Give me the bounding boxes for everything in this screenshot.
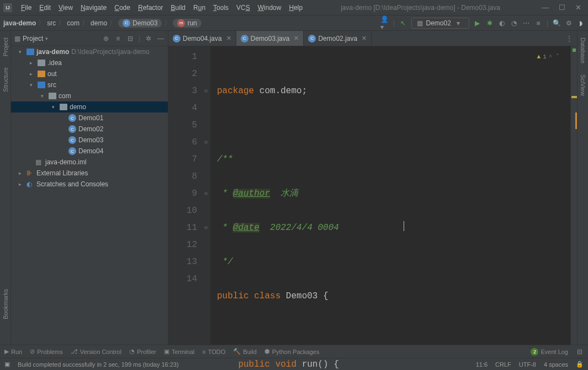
crumb-project[interactable]: java-demo: [3, 19, 36, 27]
folder-icon: [49, 93, 56, 99]
left-toolstrip: Project Structure Bookmarks: [0, 31, 11, 345]
crumb-src[interactable]: src: [47, 19, 56, 27]
menu-tools[interactable]: Tools: [210, 3, 232, 13]
folder-icon: [60, 104, 67, 110]
run-config-select[interactable]: ▦ Demo02 ▾: [411, 18, 469, 29]
tree-scratches[interactable]: ▸◐Scratches and Consoles: [11, 179, 168, 190]
crumb-demo[interactable]: demo: [91, 19, 107, 27]
profile-button[interactable]: ◔: [510, 19, 518, 27]
class-icon: C: [68, 125, 76, 133]
menu-view[interactable]: View: [55, 3, 76, 13]
inspections-widget[interactable]: ▲1 ^ ˅: [537, 49, 559, 66]
coverage-button[interactable]: ◐: [498, 19, 506, 27]
project-tree: ▾ java-demo D:\IdeaProjects\java-demo ▸ …: [11, 46, 168, 345]
menu-navigate[interactable]: Navigate: [77, 3, 110, 13]
tree-src[interactable]: ▾ src: [11, 79, 168, 90]
editor-area: C Demo04.java ✕ C Demo03.java ✕ C Demo02…: [168, 31, 577, 345]
bottom-problems[interactable]: ⊘ Problems: [30, 348, 62, 355]
warning-icon: ▲: [537, 49, 541, 66]
attach-button[interactable]: ⋯: [522, 19, 530, 27]
nav-tools: 👤▾ | ↖ ▦ Demo02 ▾ ▶ ✱ ◐ ◔ ⋯ ■ | 🔍 ⚙ ◗: [380, 18, 585, 29]
menu-run[interactable]: Run: [190, 3, 209, 13]
menu-window[interactable]: Window: [255, 3, 285, 13]
tree-com[interactable]: ▾ com: [11, 90, 168, 101]
tree-extlibs[interactable]: ▸⊪External Libraries: [11, 168, 168, 179]
menu-help[interactable]: Help: [285, 3, 306, 13]
bottom-terminal[interactable]: ▣ Terminal: [164, 348, 195, 355]
code-editor[interactable]: ▲1 ^ ˅ package com.demo; /** * @author 水…: [210, 46, 570, 345]
expand-icon[interactable]: ≡: [114, 35, 122, 42]
window-title: java-demo [D:\IdeaProjects\java-demo] - …: [306, 4, 535, 12]
error-stripe[interactable]: [570, 46, 577, 345]
tree-demo[interactable]: ▾ demo: [11, 101, 168, 112]
maximize-button[interactable]: ☐: [559, 3, 565, 12]
plugin-icon[interactable]: ◗: [577, 19, 585, 27]
tab-demo04[interactable]: C Demo04.java ✕: [168, 31, 236, 46]
sidebtn-structure[interactable]: Structure: [2, 65, 9, 94]
navbar: java-demo 〉 src 〉 com 〉 demo 〉 CDemo03 〉…: [0, 15, 588, 31]
bottom-run[interactable]: ▶ Run: [4, 348, 22, 355]
settings-icon[interactable]: ⚙: [565, 19, 573, 27]
menu-build[interactable]: Build: [167, 3, 189, 13]
menu-edit[interactable]: Edit: [36, 3, 54, 13]
tree-root[interactable]: ▾ java-demo D:\IdeaProjects\java-demo: [11, 46, 168, 57]
menu-code[interactable]: Code: [111, 3, 134, 13]
select-opened-icon[interactable]: ⊕: [102, 35, 110, 42]
crumb-class[interactable]: CDemo03: [118, 19, 162, 28]
method-icon: m: [177, 19, 185, 27]
sidebtn-database[interactable]: Database: [580, 35, 586, 66]
collapse-icon[interactable]: ⊟: [126, 35, 134, 42]
debug-button[interactable]: ✱: [486, 19, 494, 27]
folder-icon: [38, 60, 45, 66]
stripe-change: [575, 112, 577, 129]
class-icon: C: [173, 35, 181, 42]
status-sidebar-icon[interactable]: ▣: [4, 361, 10, 368]
hide-panel-icon[interactable]: —: [157, 35, 165, 42]
bottom-profiler[interactable]: ◔ Profiler: [129, 348, 156, 355]
run-button[interactable]: ▶: [474, 19, 481, 27]
tree-out[interactable]: ▸ out: [11, 68, 168, 79]
iml-icon: ▦: [35, 158, 43, 166]
class-icon: C: [68, 147, 76, 155]
close-icon[interactable]: ✕: [362, 35, 367, 42]
tree-file-2[interactable]: CDemo03: [11, 135, 168, 146]
close-icon[interactable]: ✕: [226, 35, 231, 42]
panel-title[interactable]: ▦ Project ▾: [14, 35, 99, 42]
bottom-more-icon[interactable]: ⊟: [576, 348, 584, 356]
tree-idea[interactable]: ▸ .idea: [11, 57, 168, 68]
tree-file-3[interactable]: CDemo04: [11, 146, 168, 157]
breadcrumb: java-demo 〉 src 〉 com 〉 demo 〉 CDemo03 〉…: [3, 18, 380, 28]
sidebtn-bookmarks[interactable]: Bookmarks: [2, 287, 9, 321]
tree-iml[interactable]: ▦java-demo.iml: [11, 157, 168, 168]
tree-file-0[interactable]: CDemo01: [11, 112, 168, 124]
class-icon: C: [308, 35, 316, 42]
scratches-icon: ◐: [27, 180, 34, 188]
folder-icon: [38, 71, 45, 77]
close-button[interactable]: ✕: [575, 3, 581, 12]
crumb-com[interactable]: com: [67, 19, 80, 27]
project-panel: ▦ Project ▾ ⊕ ≡ ⊟ | ✲ — ▾ java-demo D:\I: [11, 31, 168, 345]
status-lock-icon[interactable]: 🔒: [576, 361, 584, 368]
folder-icon: [38, 82, 45, 88]
crumb-method[interactable]: mrun: [173, 19, 201, 28]
search-icon[interactable]: 🔍: [553, 19, 560, 27]
sidebtn-sciview[interactable]: SciView: [580, 72, 586, 98]
build-hammer-icon[interactable]: ↖: [399, 19, 407, 27]
minimize-button[interactable]: —: [542, 3, 549, 12]
tab-demo03[interactable]: C Demo03.java ✕: [236, 31, 304, 46]
class-icon: C: [68, 114, 76, 122]
menu-vcs[interactable]: VCS: [233, 3, 253, 13]
sidebtn-project[interactable]: Project: [2, 35, 9, 58]
panel-settings-icon[interactable]: ✲: [145, 35, 152, 42]
bottom-vcs[interactable]: ⎇ Version Control: [71, 348, 121, 355]
user-icon[interactable]: 👤▾: [380, 19, 388, 27]
close-icon[interactable]: ✕: [294, 35, 299, 42]
config-icon: ▦: [416, 19, 424, 27]
stop-button[interactable]: ■: [534, 19, 542, 27]
text-cursor: [404, 221, 404, 231]
tab-demo02[interactable]: C Demo02.java ✕: [304, 31, 372, 46]
tab-menu-icon[interactable]: ⋮: [561, 31, 577, 46]
menu-refactor[interactable]: Refactor: [135, 3, 166, 13]
tree-file-1[interactable]: CDemo02: [11, 124, 168, 135]
menu-file[interactable]: File: [18, 3, 35, 13]
